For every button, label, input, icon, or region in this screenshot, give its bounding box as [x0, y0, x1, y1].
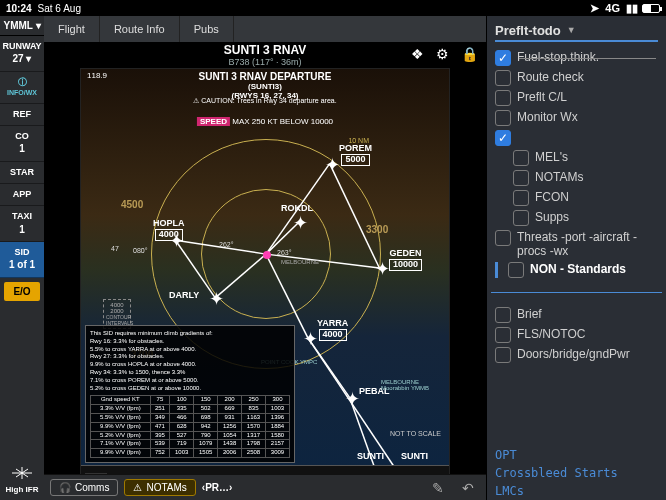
chart-title: SUNTI 3 RNAV — [224, 43, 306, 57]
checkbox[interactable] — [495, 230, 511, 246]
airport-symbol — [263, 251, 271, 259]
checkbox[interactable] — [508, 262, 524, 278]
chart-viewport[interactable]: 118.9 SUNTI 3 RNAV DEPARTURE (SUNTI3) (R… — [44, 68, 486, 474]
sidebar-item-app[interactable]: APP — [0, 184, 44, 206]
checkbox[interactable]: ✓ — [495, 130, 511, 146]
moorabbin-label: MELBOURNE Moorabbin YMMB — [381, 379, 441, 391]
chart-subtitle: B738 (117° · 36m) — [228, 57, 301, 67]
sidebar: YMML ▾ RUNWAY27 ▾ ⓘINFO/WX REF CO1 STAR … — [0, 16, 44, 500]
notams-button[interactable]: ⚠NOTAMs — [124, 479, 195, 496]
wp-geden: GEDEN10000 — [389, 249, 422, 271]
checkbox[interactable] — [513, 170, 529, 186]
gradient-notes: This SID requires minimum climb gradient… — [85, 325, 295, 463]
airport-label: MELBOURNE — [281, 259, 319, 265]
sidebar-item-co[interactable]: CO1 — [0, 126, 44, 162]
wp-hopla: HOPLA4000 — [153, 219, 185, 241]
checkbox[interactable] — [495, 347, 511, 363]
msa-nw: 4500 — [121, 199, 143, 210]
network-label: 4G — [605, 2, 620, 14]
checkbox[interactable] — [495, 307, 511, 323]
todo-title[interactable]: Preflt-todo▼ — [487, 16, 666, 44]
wp-yarra: YARRA4000 — [317, 319, 348, 341]
checkbox[interactable] — [495, 90, 511, 106]
chart-pager[interactable]: ‹ PR… › — [202, 482, 233, 493]
eo-button[interactable]: E/O — [4, 282, 40, 301]
checkbox[interactable] — [513, 210, 529, 226]
initial-climb-bar: RWY Track 160° to YARRA. Cross YARRA at … — [81, 465, 449, 474]
sidebar-item-star[interactable]: STAR — [0, 162, 44, 184]
headset-icon: 🎧 — [59, 482, 71, 493]
tab-pubs[interactable]: Pubs — [180, 16, 234, 42]
todo-item[interactable]: ✓ — [495, 128, 660, 148]
panel-link[interactable]: Crossbleed Starts — [487, 464, 666, 482]
airport-selector[interactable]: YMML ▾ — [0, 16, 44, 36]
battery-icon — [642, 4, 660, 13]
todo-item[interactable]: NOTAMs — [513, 168, 660, 188]
undo-icon[interactable]: ↶ — [462, 480, 474, 496]
speed-restriction: SPEED MAX 250 KT BELOW 10000 — [197, 117, 333, 126]
todo-item[interactable]: FCON — [513, 188, 660, 208]
todo-item[interactable]: MEL's — [513, 148, 660, 168]
divider — [491, 292, 662, 293]
settings-icon[interactable]: ⚙ — [436, 46, 449, 62]
todo-item[interactable]: Doors/bridge/gndPwr — [495, 345, 660, 365]
checkbox[interactable] — [495, 110, 511, 126]
layers-icon[interactable]: ❖ — [411, 46, 424, 62]
msa-ne: 3300 — [366, 224, 388, 235]
sidebar-item-taxi[interactable]: TAXI1 — [0, 206, 44, 242]
signal-icon: ▮▮ — [626, 2, 638, 15]
todo-item[interactable]: Threats -port -aircraft -procs -wx — [495, 228, 660, 260]
todo-item[interactable]: Route check — [495, 68, 660, 88]
todo-item[interactable]: Preflt C/L — [495, 88, 660, 108]
lock-icon[interactable]: 🔒 — [461, 46, 478, 62]
tab-bar: Flight Route Info Pubs — [44, 16, 486, 42]
chart-header: SUNTI 3 RNAV DEPARTURE — [81, 71, 449, 82]
wp-sunti-2: SUNTI — [401, 451, 428, 461]
panel-link[interactable]: LMCs — [487, 482, 666, 500]
panel-link[interactable]: OPT — [487, 446, 666, 464]
sidebar-item-infowx[interactable]: ⓘINFO/WX — [0, 72, 44, 104]
departure-chart: 118.9 SUNTI 3 RNAV DEPARTURE (SUNTI3) (R… — [80, 68, 450, 474]
checkbox[interactable]: ✓ — [495, 50, 511, 66]
caution-text: ⚠ CAUTION: Trees in Rwy 34 departure are… — [81, 97, 449, 105]
location-icon: ➤ — [590, 2, 599, 15]
warning-icon: ⚠ — [133, 482, 142, 493]
plane-icon — [10, 465, 34, 481]
status-bar: 10:24 Sat 6 Aug ➤ 4G ▮▮ — [0, 0, 666, 16]
pencil-icon[interactable]: ✎ — [432, 480, 444, 496]
tab-flight[interactable]: Flight — [44, 16, 100, 42]
wp-darly: DARLY — [169, 291, 199, 300]
comms-button[interactable]: 🎧Comms — [50, 479, 118, 496]
star-icon: ✦ — [325, 159, 340, 171]
wp-rokdl: ROKDL — [281, 204, 313, 213]
chart-title-bar: SUNTI 3 RNAV B738 (117° · 36m) ❖ ⚙ 🔒 — [44, 42, 486, 68]
checkbox[interactable] — [513, 150, 529, 166]
status-date: Sat 6 Aug — [38, 3, 81, 14]
wp-porem: POREM5000 — [339, 144, 372, 166]
footer-bar: 🎧Comms ⚠NOTAMs ‹ PR… › ✎ ↶ — [44, 474, 486, 500]
todo-item[interactable]: ✓Fuel-stop.think. — [495, 48, 660, 68]
todo-item[interactable]: Brief — [495, 305, 660, 325]
todo-item[interactable]: NON - Standards — [495, 260, 660, 280]
wp-sunti-1: SUNTI — [357, 451, 384, 461]
checkbox[interactable] — [495, 327, 511, 343]
tab-routeinfo[interactable]: Route Info — [100, 16, 180, 42]
todo-item[interactable]: Supps — [513, 208, 660, 228]
sidebar-item-sid[interactable]: SID1 of 1 — [0, 242, 44, 278]
todo-item[interactable]: FLS/NOTOC — [495, 325, 660, 345]
todo-item[interactable]: Monitor Wx — [495, 108, 660, 128]
not-to-scale: NOT TO SCALE — [390, 430, 441, 437]
checkbox[interactable] — [495, 70, 511, 86]
sidebar-item-ref[interactable]: REF — [0, 104, 44, 126]
checkbox[interactable] — [513, 190, 529, 206]
sidebar-item-runway[interactable]: RUNWAY27 ▾ — [0, 36, 44, 72]
alt-airport-button[interactable]: High IFR — [0, 459, 44, 500]
todo-panel: Preflt-todo▼ ✓Fuel-stop.think.Route chec… — [486, 16, 666, 500]
status-time: 10:24 — [6, 3, 32, 14]
